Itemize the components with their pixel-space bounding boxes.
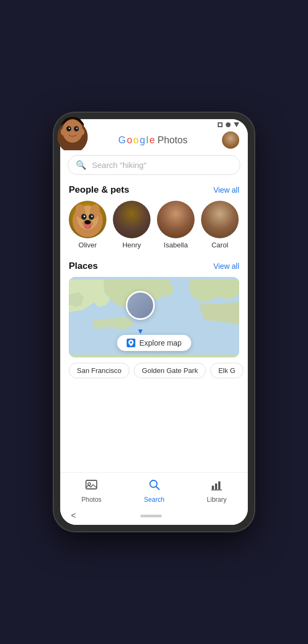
- person-item-henry[interactable]: Henry: [113, 201, 151, 249]
- isabella-avatar: [157, 201, 195, 238]
- svg-point-10: [84, 220, 91, 224]
- photos-nav-label: Photos: [81, 496, 101, 503]
- logo-e: e: [149, 135, 155, 146]
- places-section: Places View all: [60, 257, 248, 386]
- map-photo-bubble: [126, 291, 155, 320]
- carol-face: [201, 201, 239, 238]
- search-icon-svg: [148, 478, 161, 491]
- search-nav-label: Search: [144, 496, 164, 503]
- avatar-image: [222, 131, 239, 149]
- svg-point-35: [130, 341, 132, 343]
- status-square-icon: [218, 122, 223, 127]
- logo-g: G: [118, 135, 126, 146]
- people-row: Oliver: [60, 201, 248, 257]
- library-icon: [210, 478, 223, 494]
- dog-face: [69, 201, 106, 238]
- map-pin: ▼: [137, 327, 144, 335]
- back-button[interactable]: <: [71, 511, 76, 521]
- places-view-all[interactable]: View all: [213, 262, 239, 270]
- gesture-bar-area: <: [60, 508, 248, 525]
- places-title: Places: [69, 261, 98, 272]
- logo-l: l: [146, 135, 148, 146]
- map-icon: [126, 339, 135, 347]
- nav-item-search[interactable]: Search: [133, 478, 175, 503]
- search-bar-container: 🔍 Search "hiking": [60, 153, 248, 180]
- photo-icon: [85, 478, 98, 494]
- carol-name: Carol: [211, 241, 228, 249]
- location-chip-sf[interactable]: San Francisco: [69, 363, 130, 378]
- logo-o2: o: [133, 135, 139, 146]
- nav-item-photos[interactable]: Photos: [70, 478, 112, 503]
- svg-line-39: [156, 487, 159, 490]
- map-marker-icon: [128, 340, 133, 346]
- svg-point-6: [84, 216, 85, 217]
- search-nav-icon: [148, 478, 161, 494]
- photos-nav-icon: [85, 478, 98, 491]
- person-item-isabella[interactable]: Isabella: [157, 201, 195, 249]
- people-pets-header: People & pets View all: [60, 180, 248, 201]
- status-circle-icon: [226, 122, 231, 127]
- scroll-content: People & pets View all: [60, 180, 248, 472]
- isabella-name: Isabella: [164, 241, 188, 249]
- person-item-oliver[interactable]: Oliver: [69, 201, 106, 249]
- carol-avatar: [201, 201, 239, 238]
- svg-rect-41: [215, 484, 217, 489]
- app-logo: Google Photos: [118, 135, 188, 146]
- henry-avatar: [113, 201, 151, 238]
- library-icon-svg: [210, 478, 223, 491]
- search-placeholder: Search "hiking": [92, 160, 147, 170]
- location-chip-elk[interactable]: Elk G: [210, 363, 243, 378]
- isabella-face: [157, 201, 195, 238]
- library-nav-label: Library: [207, 496, 227, 503]
- explore-map-label: Explore map: [139, 339, 182, 347]
- places-header: Places View all: [60, 257, 248, 277]
- logo-photos: Photos: [157, 135, 188, 146]
- gesture-pill: [140, 515, 162, 517]
- logo-o1: o: [127, 135, 132, 146]
- location-chips: San Francisco Golden Gate Park Elk G: [60, 357, 248, 382]
- phone-frame: Google Photos 🔍 Search "hiking" People &…: [54, 113, 254, 531]
- people-pets-title: People & pets: [69, 185, 129, 195]
- people-pets-view-all[interactable]: View all: [213, 186, 239, 194]
- svg-rect-42: [218, 481, 220, 489]
- explore-map-button[interactable]: Explore map: [117, 335, 191, 351]
- svg-rect-40: [212, 486, 214, 489]
- user-avatar[interactable]: [222, 131, 239, 149]
- search-icon: 🔍: [76, 160, 87, 170]
- person-item-carol[interactable]: Carol: [201, 201, 239, 249]
- phone-screen: Google Photos 🔍 Search "hiking" People &…: [60, 119, 248, 525]
- bottom-nav: Photos Search: [60, 472, 248, 508]
- oliver-avatar: [69, 201, 106, 238]
- svg-point-7: [91, 216, 93, 217]
- map-container[interactable]: ▼ Explore map: [69, 277, 239, 357]
- location-chip-ggp[interactable]: Golden Gate Park: [134, 363, 206, 378]
- nav-item-library[interactable]: Library: [196, 478, 238, 503]
- oliver-name: Oliver: [78, 241, 97, 249]
- logo-g2: g: [140, 135, 145, 146]
- henry-face: [113, 201, 151, 238]
- map-background: ▼ Explore map: [69, 277, 239, 357]
- search-bar[interactable]: 🔍 Search "hiking": [68, 155, 240, 175]
- status-triangle-icon: [234, 122, 239, 127]
- henry-name: Henry: [123, 241, 141, 249]
